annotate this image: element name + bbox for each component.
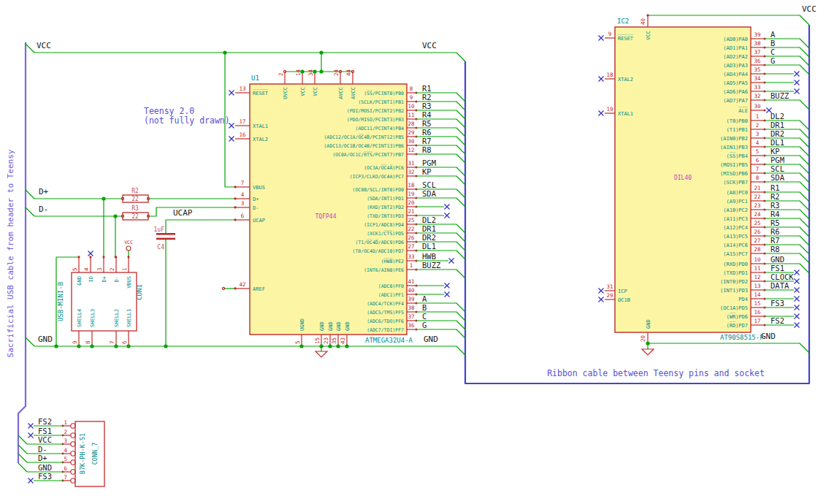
svg-text:D+: D+ bbox=[253, 196, 259, 202]
svg-text:(SCK)PB7: (SCK)PB7 bbox=[723, 180, 748, 186]
svg-text:XTAL2: XTAL2 bbox=[618, 77, 633, 83]
svg-text:7: 7 bbox=[756, 166, 760, 172]
svg-text:R̅E̅S̅E̅T̅: R̅E̅S̅E̅T̅ bbox=[253, 89, 269, 96]
svg-text:21: 21 bbox=[754, 185, 760, 191]
c4-plate-top bbox=[156, 233, 175, 235]
net-label-R8: R8 bbox=[422, 145, 432, 154]
svg-text:2: 2 bbox=[278, 72, 284, 76]
svg-text:(W̅R̅)PD6: (W̅R̅)PD6 bbox=[726, 313, 748, 319]
svg-text:(INT6/AIN0)PE6: (INT6/AIN0)PE6 bbox=[364, 267, 404, 273]
u1-reference: U1 bbox=[251, 75, 259, 82]
svg-text:34: 34 bbox=[754, 75, 761, 82]
svg-text:17: 17 bbox=[239, 118, 245, 125]
net-label-G: G bbox=[770, 56, 775, 65]
svg-text:16: 16 bbox=[239, 131, 246, 138]
gnd-label-right: GND bbox=[424, 335, 438, 344]
svg-text:(ADC5/TMS)PF5: (ADC5/TMS)PF5 bbox=[367, 310, 404, 316]
svg-text:SHELL4: SHELL4 bbox=[77, 309, 83, 327]
svg-text:(INT0)PD2: (INT0)PD2 bbox=[720, 279, 748, 285]
svg-text:VBUS: VBUS bbox=[126, 276, 132, 289]
svg-text:VCC: VCC bbox=[313, 87, 318, 96]
svg-text:20: 20 bbox=[408, 199, 415, 206]
svg-text:26: 26 bbox=[754, 229, 761, 235]
net-label-BUZZ: BUZZ bbox=[422, 261, 440, 270]
svg-text:15: 15 bbox=[314, 337, 321, 344]
svg-text:GND: GND bbox=[328, 321, 334, 331]
svg-text:(ADC12/OC1A/O̅C̅4̅B̅/PCINT12)P: (ADC12/OC1A/O̅C̅4̅B̅/PCINT12)PB5 bbox=[324, 134, 404, 140]
svg-text:UVCC: UVCC bbox=[283, 87, 288, 99]
net-label-CLOCK: CLOCK bbox=[770, 272, 794, 281]
teensy-note-line1: Teensy 2.0 bbox=[144, 106, 194, 116]
ic2-value: AT90S8515-P bbox=[720, 334, 764, 341]
svg-text:38: 38 bbox=[754, 40, 761, 47]
svg-text:(AIN1)PB3: (AIN1)PB3 bbox=[720, 145, 748, 150]
svg-text:7: 7 bbox=[241, 180, 245, 186]
svg-text:34: 34 bbox=[307, 69, 314, 76]
svg-text:41: 41 bbox=[408, 278, 414, 285]
net-label-R2: R2 bbox=[770, 192, 780, 201]
svg-text:(S̅S̅/PCINT0)PB0: (S̅S̅/PCINT0)PB0 bbox=[364, 90, 404, 96]
svg-text:3: 3 bbox=[241, 200, 245, 207]
schematic-canvas: VCCVCCGNDGNDVCCGNDD+D-UCAPU1TQFP44ATMEGA… bbox=[0, 0, 826, 504]
svg-text:43: 43 bbox=[340, 337, 346, 344]
svg-text:(RXD)PD0: (RXD)PD0 bbox=[723, 261, 748, 267]
u1-chip: U1TQFP44ATMEGA32U4-A8(S̅S̅/PCINT0)PB0R19… bbox=[229, 69, 466, 346]
svg-text:20: 20 bbox=[640, 335, 646, 342]
svg-text:D-: D- bbox=[114, 276, 120, 282]
svg-text:3: 3 bbox=[64, 438, 67, 444]
svg-text:39: 39 bbox=[754, 31, 760, 38]
u1-package: TQFP44 bbox=[316, 213, 337, 220]
svg-text:10: 10 bbox=[754, 256, 761, 263]
svg-text:(ADC4/TCK)PF4: (ADC4/TCK)PF4 bbox=[367, 301, 404, 307]
net-label-DATA: DATA bbox=[770, 281, 789, 290]
svg-text:8: 8 bbox=[85, 340, 91, 344]
svg-text:(ADC7/TDI)PF7: (ADC7/TDI)PF7 bbox=[367, 327, 404, 333]
u1-value: ATMEGA32U4-A bbox=[365, 337, 413, 344]
ucap-label: UCAP bbox=[173, 208, 193, 218]
conn7-value: B7K-PH-K-S1 bbox=[79, 433, 86, 474]
net-label-SDA: SDA bbox=[770, 173, 785, 182]
svg-text:R̅E̅S̅E̅T̅: R̅E̅S̅E̅T̅ bbox=[618, 34, 634, 41]
svg-text:(OC3A/O̅C̅4̅A̅)PC6: (OC3A/O̅C̅4̅A̅)PC6 bbox=[364, 164, 404, 170]
svg-text:(A15)PC7: (A15)PC7 bbox=[723, 251, 748, 257]
svg-text:(T0/OC4D/ADC10)PD7: (T0/OC4D/ADC10)PD7 bbox=[353, 248, 405, 254]
svg-text:12: 12 bbox=[754, 274, 760, 280]
svg-text:40: 40 bbox=[640, 18, 646, 25]
svg-text:XTAL1: XTAL1 bbox=[618, 111, 633, 117]
svg-text:XTAL2: XTAL2 bbox=[253, 137, 268, 142]
svg-text:21: 21 bbox=[408, 208, 414, 215]
svg-text:(AD3)PA3: (AD3)PA3 bbox=[723, 63, 748, 69]
svg-text:19: 19 bbox=[606, 106, 613, 112]
svg-text:25: 25 bbox=[754, 220, 760, 226]
net-label-R6: R6 bbox=[770, 227, 780, 236]
r2-resistor: R222 bbox=[123, 188, 148, 202]
svg-text:(A11)PC3: (A11)PC3 bbox=[723, 216, 748, 222]
net-label-BUZZ: BUZZ bbox=[770, 91, 789, 100]
net-label-G: G bbox=[422, 321, 427, 329]
svg-text:(OC0B/SCL/INT0)PD0: (OC0B/SCL/INT0)PD0 bbox=[353, 187, 405, 193]
svg-text:6: 6 bbox=[64, 465, 67, 472]
svg-text:30: 30 bbox=[408, 138, 415, 145]
svg-text:(AD6)PA6: (AD6)PA6 bbox=[723, 89, 748, 95]
svg-text:AVCC: AVCC bbox=[351, 87, 356, 99]
svg-text:GND: GND bbox=[336, 321, 342, 331]
svg-text:(SCLK/PCINT1)PB1: (SCLK/PCINT1)PB1 bbox=[358, 99, 404, 105]
svg-text:29: 29 bbox=[408, 129, 414, 136]
svg-text:16: 16 bbox=[754, 309, 761, 316]
net-label-R7: R7 bbox=[770, 236, 780, 245]
net-label-R7: R7 bbox=[422, 137, 432, 145]
net-label-R8: R8 bbox=[770, 245, 780, 253]
svg-text:14: 14 bbox=[754, 291, 761, 298]
svg-text:(PDI/MOSI/PCINT2)PB2: (PDI/MOSI/PCINT2)PB2 bbox=[347, 108, 404, 114]
svg-text:(ADC1)PF1: (ADC1)PF1 bbox=[378, 292, 404, 298]
svg-text:(TXD/INT3)PD3: (TXD/INT3)PD3 bbox=[367, 213, 404, 219]
vcc-label-right: VCC bbox=[422, 41, 437, 50]
svg-text:28: 28 bbox=[754, 246, 761, 253]
svg-text:36: 36 bbox=[408, 322, 415, 329]
svg-text:2: 2 bbox=[64, 429, 67, 435]
svg-text:3: 3 bbox=[96, 267, 103, 271]
net-label-R4: R4 bbox=[422, 110, 432, 119]
svg-text:(ADC6/TDO)PF6: (ADC6/TDO)PF6 bbox=[367, 318, 404, 324]
svg-text:(T1/O̅C̅4̅D̅/ADC9)PD6: (T1/O̅C̅4̅D̅/ADC9)PD6 bbox=[355, 239, 404, 245]
ic2-reference: IC2 bbox=[617, 18, 629, 25]
